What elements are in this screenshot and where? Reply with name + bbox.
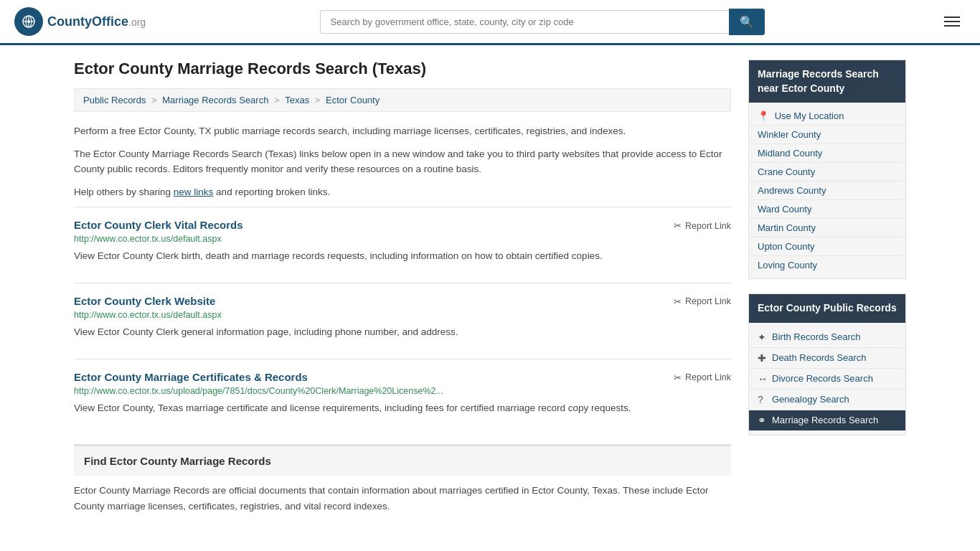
- breadcrumb-ector-county[interactable]: Ector County: [326, 95, 380, 105]
- logo-icon: [14, 7, 43, 36]
- genealogy-icon: ?: [758, 394, 768, 405]
- result-desc-3: View Ector County, Texas marriage certif…: [74, 400, 731, 416]
- midland-county-link[interactable]: Midland County: [758, 148, 822, 159]
- death-records-link[interactable]: Death Records Search: [772, 352, 867, 363]
- list-item[interactable]: ✚ Death Records Search: [749, 348, 905, 369]
- result-header: Ector County Clerk Website ✂ Report Link: [74, 295, 731, 310]
- breadcrumb-texas[interactable]: Texas: [285, 95, 309, 105]
- ward-county-link[interactable]: Ward County: [758, 204, 811, 215]
- nearby-counties-list: 📍 Use My Location Winkler County Midland…: [749, 103, 905, 278]
- public-records-box: Ector County Public Records ✦ Birth Reco…: [748, 293, 906, 435]
- list-item[interactable]: Ward County: [749, 200, 905, 219]
- description-2: The Ector County Marriage Records Search…: [74, 146, 731, 177]
- list-item[interactable]: ↔ Divorce Records Search: [749, 369, 905, 390]
- breadcrumb-separator: >: [315, 95, 323, 105]
- genealogy-search-link[interactable]: Genealogy Search: [772, 394, 849, 405]
- list-item[interactable]: Martin County: [749, 219, 905, 237]
- breadcrumb-public-records[interactable]: Public Records: [83, 95, 146, 105]
- list-item[interactable]: Upton County: [749, 237, 905, 256]
- list-item[interactable]: Winkler County: [749, 126, 905, 144]
- result-header: Ector County Marriage Certificates & Rec…: [74, 371, 731, 386]
- list-item[interactable]: Crane County: [749, 163, 905, 182]
- loving-county-link[interactable]: Loving County: [758, 260, 817, 270]
- location-pin-icon: 📍: [758, 110, 769, 121]
- result-url-2: http://www.co.ector.tx.us/default.aspx: [74, 310, 731, 320]
- upton-county-link[interactable]: Upton County: [758, 241, 815, 252]
- marriage-icon: ⚭: [758, 415, 768, 426]
- results-list: Ector County Clerk Vital Records ✂ Repor…: [74, 207, 731, 427]
- result-item: Ector County Clerk Vital Records ✂ Repor…: [74, 207, 731, 276]
- marriage-records-link[interactable]: Marriage Records Search: [772, 415, 878, 425]
- death-icon: ✚: [758, 352, 768, 364]
- report-link-button-3[interactable]: ✂ Report Link: [674, 371, 731, 383]
- new-links-link[interactable]: new links: [174, 187, 214, 197]
- divorce-records-link[interactable]: Divorce Records Search: [772, 373, 873, 384]
- breadcrumb-separator: >: [151, 95, 159, 105]
- use-location-link[interactable]: Use My Location: [775, 110, 844, 121]
- breadcrumb-separator: >: [274, 95, 282, 105]
- report-link-button-1[interactable]: ✂ Report Link: [674, 219, 731, 231]
- site-header: CountyOffice.org 🔍: [0, 0, 980, 45]
- result-title-1[interactable]: Ector County Clerk Vital Records: [74, 219, 243, 231]
- list-item[interactable]: ? Genealogy Search: [749, 390, 905, 410]
- logo-text: CountyOffice.org: [47, 14, 146, 29]
- logo[interactable]: CountyOffice.org: [14, 7, 146, 36]
- list-item[interactable]: ✦ Birth Records Search: [749, 327, 905, 348]
- result-url-1: http://www.co.ector.tx.us/default.aspx: [74, 234, 731, 244]
- menu-icon: [944, 21, 960, 22]
- find-section-description: Ector County Marriage Records are offici…: [74, 483, 731, 514]
- result-header: Ector County Clerk Vital Records ✂ Repor…: [74, 219, 731, 234]
- result-item: Ector County Marriage Certificates & Rec…: [74, 359, 731, 428]
- andrews-county-link[interactable]: Andrews County: [758, 185, 826, 196]
- scissors-icon: ✂: [674, 296, 682, 307]
- list-item[interactable]: Loving County: [749, 256, 905, 274]
- search-bar: 🔍: [320, 9, 765, 35]
- breadcrumb-marriage-records-search[interactable]: Marriage Records Search: [162, 95, 268, 105]
- svg-point-5: [27, 20, 30, 23]
- result-url-3: http://www.co.ector.tx.us/upload/page/78…: [74, 386, 731, 396]
- divorce-icon: ↔: [758, 373, 768, 385]
- main-content: Ector County Marriage Records Search (Te…: [74, 60, 731, 514]
- result-item: Ector County Clerk Website ✂ Report Link…: [74, 283, 731, 352]
- scissors-icon: ✂: [674, 220, 682, 231]
- public-records-list: ✦ Birth Records Search ✚ Death Records S…: [749, 323, 905, 435]
- menu-button[interactable]: [938, 14, 966, 29]
- scissors-icon: ✂: [674, 372, 682, 383]
- result-desc-1: View Ector County Clerk birth, death and…: [74, 248, 731, 264]
- crane-county-link[interactable]: Crane County: [758, 166, 815, 177]
- search-input[interactable]: [320, 10, 729, 34]
- result-title-2[interactable]: Ector County Clerk Website: [74, 295, 215, 307]
- list-item[interactable]: Andrews County: [749, 182, 905, 200]
- result-title-3[interactable]: Ector County Marriage Certificates & Rec…: [74, 371, 308, 383]
- search-button[interactable]: 🔍: [729, 9, 765, 35]
- nearby-records-title: Marriage Records Search near Ector Count…: [749, 60, 905, 103]
- list-item[interactable]: Midland County: [749, 144, 905, 163]
- find-section-heading: Find Ector County Marriage Records: [74, 444, 731, 476]
- search-icon: 🔍: [740, 16, 754, 28]
- menu-icon: [944, 25, 960, 27]
- public-records-title: Ector County Public Records: [749, 294, 905, 323]
- sidebar: Marriage Records Search near Ector Count…: [748, 60, 906, 514]
- page-title: Ector County Marriage Records Search (Te…: [74, 60, 731, 78]
- menu-icon: [944, 17, 960, 18]
- birth-icon: ✦: [758, 331, 768, 343]
- list-item[interactable]: ⚭ Marriage Records Search: [749, 410, 905, 430]
- nearby-records-box: Marriage Records Search near Ector Count…: [748, 60, 906, 279]
- birth-records-link[interactable]: Birth Records Search: [772, 331, 861, 342]
- result-desc-2: View Ector County Clerk general informat…: [74, 324, 731, 340]
- use-location-item[interactable]: 📍 Use My Location: [749, 107, 905, 126]
- description-3: Help others by sharing new links and rep…: [74, 184, 731, 200]
- report-link-button-2[interactable]: ✂ Report Link: [674, 295, 731, 307]
- main-container: Ector County Marriage Records Search (Te…: [60, 45, 920, 528]
- winkler-county-link[interactable]: Winkler County: [758, 129, 821, 140]
- breadcrumb: Public Records > Marriage Records Search…: [74, 88, 731, 112]
- martin-county-link[interactable]: Martin County: [758, 222, 816, 233]
- description-1: Perform a free Ector County, TX public m…: [74, 123, 731, 139]
